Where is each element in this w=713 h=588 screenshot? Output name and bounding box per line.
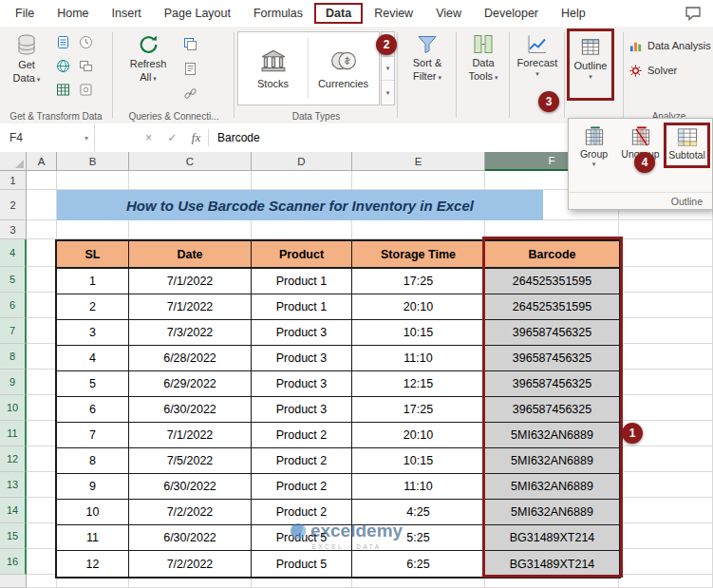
cell[interactable]: 10 (57, 500, 129, 525)
cell[interactable]: 4:25 (352, 500, 485, 525)
gallery-more-icon[interactable]: ▾ (382, 80, 394, 104)
workbook-links-icon[interactable] (182, 85, 198, 102)
cell[interactable]: 11:10 (352, 346, 485, 371)
row-header-8[interactable]: 8 (0, 344, 27, 370)
cell[interactable]: 264525351595 (485, 294, 619, 320)
cell[interactable]: Product 5 (252, 525, 352, 551)
cell[interactable] (27, 293, 57, 318)
cell[interactable] (485, 220, 619, 239)
cell[interactable] (619, 472, 713, 498)
outline-button[interactable]: Outline ▾ (567, 28, 614, 101)
cell[interactable] (619, 293, 713, 318)
cell[interactable]: Product 2 (252, 474, 352, 500)
cell[interactable] (27, 498, 57, 523)
cell[interactable]: 6/30/2022 (129, 397, 252, 423)
cell[interactable]: 12 (57, 551, 129, 577)
cell[interactable]: 9 (57, 474, 129, 500)
cell[interactable]: 7/2/2022 (129, 500, 252, 525)
cell[interactable] (27, 239, 57, 267)
cell[interactable]: Product 3 (252, 397, 352, 423)
cell[interactable]: 20:10 (352, 423, 485, 448)
cell[interactable]: Product 1 (252, 269, 352, 294)
cell[interactable]: Product 3 (252, 320, 352, 346)
cell[interactable] (252, 220, 352, 239)
cell[interactable]: 5MI632AN6889 (485, 500, 619, 525)
table-header-storage-time[interactable]: Storage Time (352, 241, 485, 269)
comments-icon[interactable] (685, 6, 702, 21)
cell[interactable]: 264525351595 (485, 269, 619, 294)
cell[interactable]: 7/1/2022 (129, 294, 252, 320)
select-all-corner[interactable] (0, 152, 27, 171)
row-header-partial[interactable] (0, 575, 27, 588)
cell[interactable]: Product 2 (252, 423, 352, 448)
cell[interactable] (129, 171, 252, 190)
properties-icon[interactable] (182, 61, 198, 77)
tab-data[interactable]: Data (314, 3, 363, 24)
cell[interactable]: Product 3 (252, 371, 352, 397)
data-analysis-button[interactable]: Data Analysis (629, 36, 711, 55)
row-header-3[interactable]: 3 (0, 220, 27, 239)
cell[interactable] (27, 344, 57, 370)
cell[interactable] (27, 472, 57, 498)
cell[interactable] (352, 171, 485, 190)
cell[interactable]: 4 (57, 346, 129, 371)
table-header-date[interactable]: Date (129, 241, 252, 269)
cell[interactable]: 2 (57, 294, 129, 320)
table-header-sl[interactable]: SL (57, 241, 129, 269)
cell[interactable]: 6/30/2022 (129, 525, 252, 551)
tab-help[interactable]: Help (550, 3, 597, 24)
cell[interactable] (27, 171, 57, 190)
cell[interactable]: 1 (57, 269, 129, 294)
cell[interactable]: Product 2 (252, 500, 352, 525)
cell[interactable]: 17:25 (352, 397, 485, 423)
cell[interactable]: Product 1 (252, 294, 352, 320)
cell[interactable] (619, 523, 713, 549)
insert-function-button[interactable]: fx (184, 130, 208, 145)
row-header-14[interactable]: 14 (0, 498, 27, 523)
row-header-16[interactable]: 16 (0, 549, 27, 575)
data-source-settings-icon[interactable] (78, 82, 94, 98)
cell[interactable]: Product 3 (252, 346, 352, 371)
cell[interactable]: 6/29/2022 (129, 371, 252, 397)
cell[interactable]: BG31489XT214 (485, 551, 619, 577)
cell[interactable] (27, 267, 57, 293)
stocks-button[interactable]: Stocks (238, 32, 308, 104)
cell[interactable]: 6/28/2022 (129, 346, 252, 371)
cell[interactable]: 5 (57, 371, 129, 397)
tab-file[interactable]: File (4, 3, 46, 24)
cell[interactable]: 3 (57, 320, 129, 346)
col-header-c[interactable]: C (129, 152, 252, 171)
from-text-csv-icon[interactable] (55, 34, 71, 50)
tab-page-layout[interactable]: Page Layout (153, 3, 242, 24)
cell[interactable]: 7/1/2022 (129, 269, 252, 294)
forecast-button[interactable]: Forecast ▾ (513, 28, 562, 79)
col-header-e[interactable]: E (352, 152, 485, 171)
cell[interactable] (27, 575, 57, 588)
sort-filter-button[interactable]: Sort & Filter▾ (401, 28, 454, 83)
row-header-11[interactable]: 11 (0, 421, 27, 446)
cell[interactable] (619, 498, 713, 523)
queries-connections-icon[interactable] (182, 36, 198, 52)
row-header-10[interactable]: 10 (0, 395, 27, 421)
gallery-scroll-down-icon[interactable]: ▾ (382, 56, 394, 81)
tab-view[interactable]: View (424, 3, 473, 24)
solver-button[interactable]: Solver (629, 61, 677, 80)
cell[interactable] (27, 395, 57, 421)
existing-connections-icon[interactable] (78, 58, 94, 74)
cell[interactable]: 7 (57, 423, 129, 448)
cell[interactable] (27, 190, 57, 220)
enter-button[interactable]: ✓ (160, 131, 184, 144)
cell[interactable]: 396587456325 (485, 371, 619, 397)
name-box-caret-icon[interactable]: ▾ (84, 134, 88, 142)
cell[interactable] (619, 318, 713, 344)
tab-formulas[interactable]: Formulas (242, 3, 314, 24)
cell[interactable]: 10:15 (352, 320, 485, 346)
cell[interactable]: Product 2 (252, 448, 352, 474)
get-data-button[interactable]: Get Data▾ (2, 28, 51, 85)
cell[interactable]: 396587456325 (485, 346, 619, 371)
cell[interactable] (619, 370, 713, 395)
row-header-5[interactable]: 5 (0, 267, 27, 293)
tab-insert[interactable]: Insert (101, 3, 153, 24)
cell[interactable] (27, 220, 57, 239)
row-header-1[interactable]: 1 (0, 171, 27, 190)
